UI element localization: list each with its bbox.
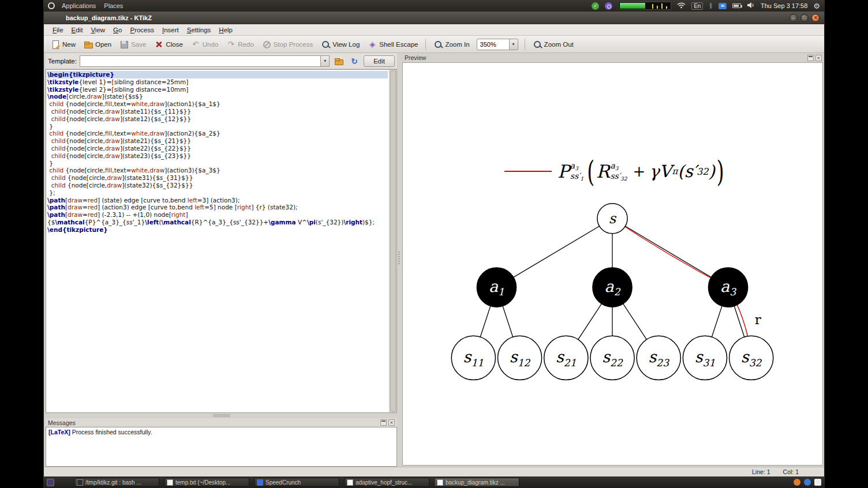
- redo-button: Redo: [223, 38, 257, 51]
- open-label: Open: [95, 41, 111, 48]
- template-dropdown-arrow[interactable]: ▾: [320, 56, 329, 66]
- tray-blue-icon[interactable]: [804, 479, 811, 486]
- vertical-splitter[interactable]: [397, 53, 401, 467]
- task-temp-txt[interactable]: temp.txt (~/Desktop...: [164, 478, 249, 487]
- template-select[interactable]: ▾: [80, 55, 330, 67]
- code-line: child {node[circle,draw](state31){$s_{31…: [47, 174, 388, 182]
- code-line: }: [47, 123, 388, 130]
- top-panel: Applications Places ✓ En ᛒ ✉ Thu Sep 3 1…: [43, 0, 825, 12]
- formula-gamma-v: γV: [649, 162, 671, 181]
- zoom-dropdown-arrow[interactable]: ▾: [509, 39, 518, 50]
- wifi-icon[interactable]: [677, 2, 686, 10]
- code-editor-content[interactable]: \begin{tikzpicture}\tikzstyle{level 1}=[…: [46, 70, 389, 412]
- reward-label: r: [755, 312, 762, 327]
- menu-file[interactable]: File: [48, 25, 68, 35]
- taskbar-tray: [794, 479, 821, 486]
- menu-insert[interactable]: Insert: [158, 25, 183, 35]
- close-button[interactable]: ✕: [811, 14, 820, 22]
- session-gear-icon[interactable]: ⚙: [813, 2, 820, 10]
- zoom-level-value: 350%: [477, 41, 509, 48]
- new-label: New: [62, 41, 76, 48]
- new-button[interactable]: New: [47, 38, 79, 51]
- message-text: Process finished successfully.: [72, 429, 152, 436]
- messages-panel: Messages ✕ [LaTeX] Process finished succ…: [46, 418, 397, 467]
- open-button[interactable]: Open: [80, 38, 115, 51]
- tracker-indicator-icon[interactable]: [605, 2, 612, 10]
- task-backup-diagram[interactable]: backup_diagram.tikz ...: [434, 478, 519, 487]
- template-reload-button[interactable]: ↻: [348, 55, 361, 67]
- applications-menu[interactable]: Applications: [61, 2, 97, 9]
- zoom-in-icon: [433, 40, 443, 49]
- system-monitor-applet[interactable]: [618, 2, 671, 10]
- tray-tex-icon[interactable]: [814, 479, 821, 486]
- status-col: Col: 1: [783, 468, 799, 475]
- formula-P: P: [558, 161, 570, 182]
- updates-ok-icon[interactable]: ✓: [592, 2, 599, 10]
- menu-view[interactable]: View: [87, 25, 109, 35]
- mail-icon[interactable]: ✉: [719, 3, 727, 9]
- places-menu[interactable]: Places: [103, 2, 124, 9]
- code-line: \tikzstyle{level 1}=[sibling distance=25…: [47, 78, 388, 86]
- taskbar-corner-icon[interactable]: [47, 479, 54, 486]
- close-icon: [154, 40, 163, 49]
- editor-scrollbar[interactable]: [389, 70, 396, 412]
- preview-header: Preview ✕: [401, 53, 824, 62]
- zoom-in-button[interactable]: Zoom In: [430, 38, 473, 51]
- tray-orange-icon[interactable]: [794, 479, 800, 486]
- menu-help[interactable]: Help: [215, 25, 237, 35]
- preview-detach-icon[interactable]: [807, 55, 814, 61]
- menu-process[interactable]: Process: [126, 25, 158, 35]
- menu-edit[interactable]: Edit: [68, 25, 87, 35]
- clock[interactable]: Thu Sep 3 17:58: [761, 2, 807, 9]
- battery-icon[interactable]: [732, 3, 741, 8]
- window-title: backup_diagram.tikz - KTikZ: [66, 14, 152, 21]
- maximize-button[interactable]: □: [800, 14, 809, 22]
- zoom-out-label: Zoom Out: [544, 41, 574, 48]
- messages-detach-icon[interactable]: [380, 419, 387, 426]
- view-log-button[interactable]: View Log: [317, 38, 363, 51]
- zoom-out-button[interactable]: Zoom Out: [529, 38, 577, 51]
- close-button[interactable]: Close: [151, 38, 186, 51]
- splitter-grip: [213, 414, 230, 417]
- shell-escape-label: Shell Escape: [379, 41, 418, 48]
- formula-R: R: [596, 161, 609, 182]
- formula-red-rule: [504, 171, 552, 172]
- shell-escape-button[interactable]: Shell Escape: [364, 38, 421, 51]
- window-controls: – □ ✕: [790, 14, 820, 22]
- preview-svg: rsa1a2a3s11s12s21s22s23s31s32: [403, 63, 822, 465]
- task-ktikz-terminal[interactable]: /tmp/ktikz.git : bash ...: [74, 478, 159, 487]
- taskbar: /tmp/ktikz.git : bash ...temp.txt (~/Des…: [43, 476, 825, 488]
- zoom-level-select[interactable]: 350%▾: [477, 39, 518, 50]
- editor-scrollbar-thumb[interactable]: [390, 70, 396, 412]
- new-icon: [51, 40, 60, 49]
- code-line: \path[draw=red] (-2.3,1) -- +(1,0) node[…: [47, 211, 388, 226]
- horizontal-splitter[interactable]: [46, 413, 397, 418]
- messages-close-icon[interactable]: ✕: [388, 419, 395, 426]
- bluetooth-icon[interactable]: ᛒ: [709, 2, 713, 9]
- messages-title: Messages: [48, 419, 76, 426]
- status-line: Line: 1: [752, 468, 770, 475]
- minimize-button[interactable]: –: [790, 14, 798, 22]
- code-line: \node[circle,draw](state){$s$}: [47, 93, 388, 100]
- formula-P-scripts: a3 ss′1: [570, 162, 583, 183]
- save-icon: [119, 40, 129, 49]
- preview-close-icon[interactable]: ✕: [815, 55, 822, 61]
- distro-logo-icon[interactable]: [48, 2, 55, 9]
- task-adaptive-hopf[interactable]: adaptive_hopf_struc...: [344, 478, 429, 487]
- template-browse-button[interactable]: [332, 55, 345, 67]
- template-edit-button[interactable]: Edit: [364, 55, 395, 67]
- titlebar[interactable]: backup_diagram.tikz - KTikZ – □ ✕: [44, 12, 824, 24]
- keyboard-layout-indicator[interactable]: En: [691, 2, 703, 10]
- system-tray: ✓ En ᛒ ✉ Thu Sep 3 17:58 ⚙: [592, 2, 820, 10]
- tree-edge: [496, 219, 612, 287]
- close-label: Close: [166, 41, 182, 48]
- volume-icon[interactable]: [747, 2, 755, 10]
- code-line: child{node[circle,draw](state22){$s_{22}…: [47, 145, 388, 152]
- ktikz-window: backup_diagram.tikz - KTikZ – □ ✕ FileEd…: [43, 12, 825, 476]
- formula-plus: +: [633, 163, 645, 180]
- menu-settings[interactable]: Settings: [183, 25, 215, 35]
- code-editor[interactable]: \begin{tikzpicture}\tikzstyle{level 1}=[…: [46, 69, 397, 413]
- menu-go[interactable]: Go: [109, 25, 126, 35]
- task-speedcrunch[interactable]: SpeedCrunch: [254, 478, 339, 487]
- refresh-icon: ↻: [351, 57, 358, 66]
